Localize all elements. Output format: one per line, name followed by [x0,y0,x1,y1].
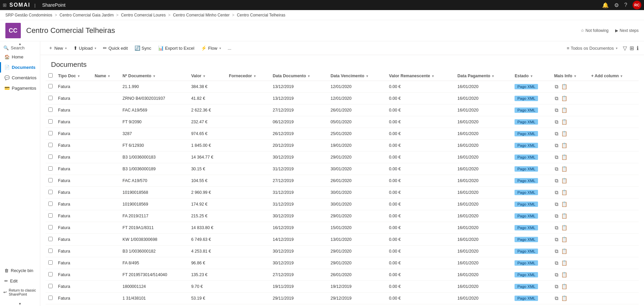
copy-icon[interactable]: ⧉ [554,95,559,102]
file-icon[interactable]: 📋 [560,142,568,149]
copy-icon[interactable]: ⧉ [554,236,559,243]
row-checkbox-cell[interactable] [46,93,55,104]
copy-icon[interactable]: ⧉ [554,118,559,126]
table-row[interactable]: Fatura 1800001124 9.70 € 19/11/2019 19/1… [46,281,639,293]
row-checkbox-cell[interactable] [46,104,55,116]
table-row[interactable]: Fatura FT 6/12930 1 845.00 € 20/12/2019 … [46,140,639,151]
file-icon[interactable]: 📋 [560,177,568,184]
sidebar-scroll-down[interactable]: ▼ [0,301,40,306]
row-checkbox-cell[interactable] [46,293,55,304]
file-icon[interactable]: 📋 [560,130,568,137]
table-row[interactable]: Fatura 10190018569 174.92 € 31/12/2019 3… [46,199,639,210]
table-row[interactable]: Fatura 21.1.990 384.38 € 13/12/2019 12/0… [46,81,639,93]
table-row[interactable]: Fatura 3287 974.65 € 26/12/2019 25/01/20… [46,128,639,140]
row-checkbox-cell[interactable] [46,257,55,269]
row-checkbox-cell[interactable] [46,210,55,222]
file-icon[interactable]: 📋 [560,201,568,208]
breadcrumb-loures[interactable]: Centro Comercial Loures [120,13,167,17]
copy-icon[interactable]: ⧉ [554,295,559,302]
copy-icon[interactable]: ⧉ [554,83,559,90]
file-icon[interactable]: 📋 [560,259,568,267]
sidebar-item-documents[interactable]: 📄 Documents [0,62,40,73]
copy-icon[interactable]: ⧉ [554,130,559,137]
table-row[interactable]: Fatura FA 2019/2117 215.25 € 30/12/2019 … [46,210,639,222]
col-check[interactable] [46,71,55,81]
row-checkbox[interactable] [48,249,53,253]
col-valor[interactable]: Valor ▾ [189,71,226,81]
table-row[interactable]: Fatura FT 2019573014/514040 135.23 € 27/… [46,269,639,281]
row-checkbox-cell[interactable] [46,116,55,128]
table-row[interactable]: Fatura B3 1/0036000183 14 364.77 € 30/12… [46,151,639,163]
file-icon[interactable]: 📋 [560,189,568,196]
sync-button[interactable]: 🔄 Sync [132,44,154,52]
quick-edit-button[interactable]: ✏ Quick edit [100,44,130,52]
flow-button[interactable]: ⚡ Flow ▾ [198,44,223,52]
group-icon[interactable]: ⊞ [630,45,634,51]
sidebar-item-home[interactable]: 🏠 Home [0,52,40,62]
table-row[interactable]: Fatura B3 1/0036000189 30.15 € 31/12/201… [46,163,639,175]
col-fornecedor[interactable]: Fornecedor ▾ [226,71,270,81]
file-icon[interactable]: 📋 [560,271,568,278]
table-row[interactable]: Fatura FAC A19/569 2 622.36 € 27/12/2019… [46,104,639,116]
row-checkbox[interactable] [48,284,53,288]
copy-icon[interactable]: ⧉ [554,271,559,278]
row-checkbox[interactable] [48,84,53,88]
sidebar-item-recycle[interactable]: 🗑 Recycle bin [0,265,40,276]
copy-icon[interactable]: ⧉ [554,212,559,220]
file-icon[interactable]: 📋 [560,212,568,220]
new-button[interactable]: ＋ New ▾ [46,43,69,53]
row-checkbox-cell[interactable] [46,234,55,246]
notifications-icon[interactable]: 🔔 [602,2,609,8]
row-checkbox-cell[interactable] [46,269,55,281]
sidebar-return-classic[interactable]: ↩ Return to classic SharePoint [0,286,40,298]
row-checkbox[interactable] [48,96,53,100]
col-tipo-doc[interactable]: Tipo Doc ▾ [55,71,92,81]
col-add-column[interactable]: + Add column ▾ [588,71,639,81]
row-checkbox-cell[interactable] [46,175,55,187]
file-icon[interactable]: 📋 [560,95,568,102]
row-checkbox[interactable] [48,272,53,276]
sidebar-scroll-up[interactable]: ▲ [0,41,40,46]
col-estado[interactable]: Estado ▾ [512,71,551,81]
user-avatar[interactable]: RC [633,1,641,9]
upload-button[interactable]: ⬆ Upload ▾ [71,44,99,52]
row-checkbox-cell[interactable] [46,81,55,93]
not-following-button[interactable]: ☆ Not following [581,28,609,33]
row-checkbox[interactable] [48,119,53,124]
row-checkbox[interactable] [48,225,53,229]
breadcrumb-srp[interactable]: SRP Gestão Condominios [4,13,54,17]
file-icon[interactable]: 📋 [560,118,568,126]
table-row[interactable]: Fatura 2019573014/512861 135.23 € 29/11/… [46,304,639,306]
breadcrumb-gaia[interactable]: Centro Comercial Gaia Jardim [58,13,115,17]
file-icon[interactable]: 📋 [560,83,568,90]
copy-icon[interactable]: ⧉ [554,142,559,149]
row-checkbox-cell[interactable] [46,151,55,163]
file-icon[interactable]: 📋 [560,236,568,243]
row-checkbox-cell[interactable] [46,140,55,151]
sidebar-item-comentarios[interactable]: 💬 Comentários [0,73,40,83]
table-row[interactable]: Fatura FA 8/495 96.86 € 30/12/2019 29/01… [46,257,639,269]
row-checkbox-cell[interactable] [46,281,55,293]
row-checkbox[interactable] [48,190,53,194]
filter-view-button[interactable]: ≡ Todos os Documentos ▾ [564,44,620,52]
col-nr-documento[interactable]: Nº Documento ▾ [120,71,189,81]
table-row[interactable]: Fatura ZRNO B4/0302031937 41.82 € 13/12/… [46,93,639,104]
export-button[interactable]: 📊 Export to Excel [155,44,197,52]
sidebar-item-pagamentos[interactable]: 💳 Pagamentos [0,83,40,93]
filter-action-icon[interactable]: ▽ [623,45,627,51]
info-icon[interactable]: ℹ [637,45,639,51]
copy-icon[interactable]: ⧉ [554,106,559,114]
row-checkbox[interactable] [48,107,53,112]
row-checkbox[interactable] [48,155,53,159]
file-icon[interactable]: 📋 [560,283,568,290]
row-checkbox-cell[interactable] [46,128,55,140]
table-row[interactable]: Fatura 10190018568 2 960.99 € 31/12/2019… [46,187,639,199]
file-icon[interactable]: 📋 [560,165,568,173]
row-checkbox[interactable] [48,178,53,182]
col-data-vencimento[interactable]: Data Vencimento ▾ [328,71,386,81]
select-all-checkbox[interactable] [48,73,53,78]
row-checkbox-cell[interactable] [46,199,55,210]
row-checkbox-cell[interactable] [46,304,55,306]
copy-icon[interactable]: ⧉ [554,189,559,196]
col-valor-remanescente[interactable]: Valor Remanescente ▾ [386,71,455,81]
